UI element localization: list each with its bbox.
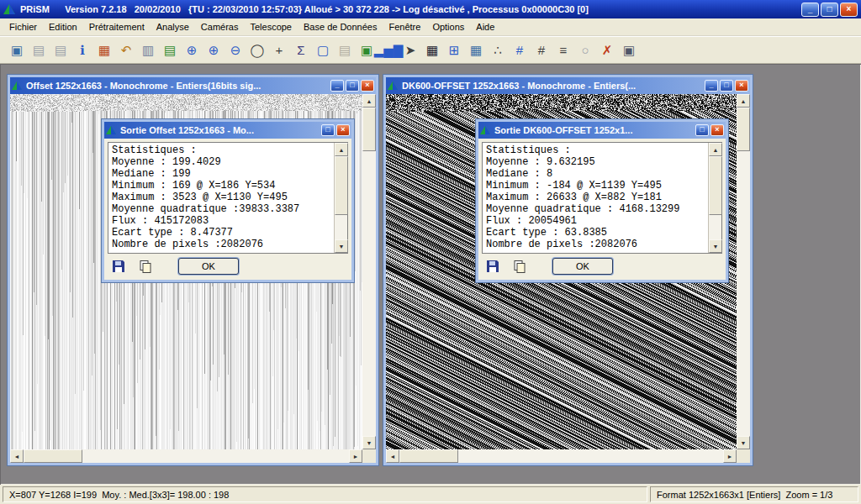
- dialog-titlebar[interactable]: Sortie Offset 1252x1663 - Mo... □ ×: [104, 122, 351, 139]
- table-icon[interactable]: ▦: [466, 40, 486, 60]
- settings-icon[interactable]: ○: [575, 40, 595, 60]
- scrollbar-corner: [737, 449, 750, 463]
- copy-button[interactable]: [510, 258, 529, 275]
- child-window-titlebar[interactable]: DK600-OFFSET 1252x1663 - Monochrome - En…: [386, 77, 750, 94]
- dialog-titlebar[interactable]: Sortie DK600-OFFSET 1252x1... □ ×: [478, 122, 726, 139]
- maximize-button[interactable]: □: [695, 124, 709, 136]
- scroll-up-button[interactable]: ▲: [737, 94, 750, 108]
- camera-icon[interactable]: ▣: [619, 40, 639, 60]
- stat-line: Nombre de pixels :2082076: [112, 239, 330, 250]
- close-button[interactable]: ×: [710, 124, 724, 136]
- calculator-icon[interactable]: ≡: [553, 40, 573, 60]
- close-button[interactable]: ×: [361, 80, 374, 92]
- statistics-lines: Statistiques :Moyenne : 199.4029Mediane …: [108, 143, 334, 253]
- zoom-in-icon[interactable]: ⊕: [203, 40, 224, 60]
- menu-item[interactable]: Edition: [43, 19, 83, 34]
- maximize-button[interactable]: □: [720, 80, 733, 92]
- stat-line: Moyenne quadratique : 4168.13299: [486, 203, 705, 215]
- numbers-grid-icon[interactable]: #: [510, 40, 530, 60]
- vertical-scroll-thumb[interactable]: [362, 108, 376, 151]
- ok-button[interactable]: OK: [552, 258, 613, 275]
- stat-line: Moyenne quadratique :39833.3387: [112, 203, 330, 215]
- ok-button[interactable]: OK: [178, 258, 239, 275]
- stat-line: Minimum : 169 @ X=186 Y=534: [112, 180, 330, 192]
- scroll-up-button[interactable]: ▲: [709, 143, 722, 156]
- menu-item[interactable]: Fichier: [3, 19, 43, 34]
- listbox-scrollbar[interactable]: ▲ ▼: [334, 143, 347, 253]
- delete-icon[interactable]: ✗: [597, 40, 617, 60]
- tile-windows-icon[interactable]: ⊞: [444, 40, 464, 60]
- menu-item[interactable]: Aide: [470, 19, 500, 34]
- pixel-grid-icon[interactable]: #: [531, 40, 552, 60]
- clone-window-icon[interactable]: ▣: [357, 40, 377, 60]
- minimize-button[interactable]: _: [330, 80, 344, 92]
- stat-line: Mediane : 199: [112, 168, 330, 180]
- fit-window-icon[interactable]: ▢: [313, 40, 333, 60]
- child-window-titlebar[interactable]: Offset 1252x1663 - Monochrome - Entiers(…: [10, 77, 376, 94]
- scroll-down-button[interactable]: ▼: [709, 239, 722, 253]
- copy-button[interactable]: [136, 258, 155, 275]
- maximize-button[interactable]: □: [321, 124, 335, 136]
- menu-item[interactable]: Base de Données: [298, 19, 383, 34]
- dialog-body: Statistiques :Moyenne : 9.632195Mediane …: [478, 139, 726, 280]
- copy-icon[interactable]: ▥: [138, 40, 158, 60]
- scroll-left-button[interactable]: ◄: [10, 449, 24, 463]
- stats-icon[interactable]: ▦: [94, 40, 114, 60]
- sigma-icon[interactable]: Σ: [291, 40, 311, 60]
- save-icon[interactable]: ▤: [29, 40, 49, 60]
- titlebar[interactable]: PRiSM Version 7.2.18 20/02/2010 {TU : 22…: [0, 0, 861, 18]
- align-icon[interactable]: ∴: [488, 40, 508, 60]
- telescope-icon[interactable]: ➤: [400, 40, 420, 60]
- undo-icon[interactable]: ↶: [116, 40, 136, 60]
- save-button[interactable]: [109, 258, 128, 275]
- open-image-icon[interactable]: ▣: [7, 40, 27, 60]
- menu-item[interactable]: Prétraitement: [83, 19, 151, 34]
- scroll-down-button[interactable]: ▼: [362, 436, 376, 449]
- vertical-scroll-thumb[interactable]: [335, 156, 348, 215]
- zoom-out-icon[interactable]: ⊖: [225, 40, 246, 60]
- histogram-icon[interactable]: ▂▅▇: [378, 40, 399, 60]
- listbox-scrollbar[interactable]: ▲ ▼: [708, 143, 721, 253]
- close-button[interactable]: ×: [840, 3, 858, 17]
- info-icon[interactable]: ℹ: [72, 40, 92, 60]
- magnifier-icon[interactable]: ◯: [247, 40, 267, 60]
- save-all-icon[interactable]: ▤: [50, 40, 71, 60]
- restore-button[interactable]: □: [821, 3, 838, 17]
- menu-item[interactable]: Fenêtre: [383, 19, 426, 34]
- scroll-right-button[interactable]: ►: [349, 449, 362, 463]
- vertical-scrollbar[interactable]: ▲ ▼: [362, 94, 376, 449]
- paste-icon[interactable]: ▤: [160, 40, 180, 60]
- ccd-camera-icon[interactable]: ▦: [422, 40, 442, 60]
- vertical-scroll-thumb[interactable]: [737, 108, 750, 151]
- minimize-button[interactable]: _: [801, 3, 819, 17]
- vertical-scroll-thumb[interactable]: [709, 156, 722, 215]
- stat-line: Maximum : 26633 @ X=882 Y=181: [486, 192, 705, 203]
- statistics-listbox[interactable]: Statistiques :Moyenne : 9.632195Mediane …: [482, 142, 722, 254]
- scroll-down-button[interactable]: ▼: [737, 436, 750, 449]
- maximize-button[interactable]: □: [346, 80, 359, 92]
- menu-item[interactable]: Analyse: [151, 19, 195, 34]
- save-button[interactable]: [483, 258, 502, 275]
- menu-item[interactable]: Caméras: [195, 19, 245, 34]
- crosshair-icon[interactable]: +: [269, 40, 289, 60]
- horizontal-scroll-thumb[interactable]: [24, 449, 82, 463]
- scroll-left-button[interactable]: ◄: [386, 449, 399, 463]
- print-icon[interactable]: ▤: [335, 40, 355, 60]
- vertical-scrollbar[interactable]: ▲ ▼: [737, 94, 750, 449]
- stats-dialog-dk600: Sortie DK600-OFFSET 1252x1... □ × Statis…: [475, 118, 729, 283]
- scroll-down-button[interactable]: ▼: [335, 239, 348, 253]
- minimize-button[interactable]: _: [705, 80, 718, 92]
- scroll-right-button[interactable]: ►: [723, 449, 737, 463]
- close-button[interactable]: ×: [735, 80, 748, 92]
- statistics-listbox[interactable]: Statistiques :Moyenne : 199.4029Mediane …: [108, 142, 348, 254]
- scroll-up-button[interactable]: ▲: [362, 94, 376, 108]
- menu-item[interactable]: Telescope: [244, 19, 298, 34]
- menu-item[interactable]: Options: [426, 19, 470, 34]
- scroll-up-button[interactable]: ▲: [335, 143, 348, 156]
- horizontal-scroll-thumb[interactable]: [399, 449, 458, 463]
- horizontal-scrollbar[interactable]: ◄ ►: [386, 449, 737, 463]
- stat-line: Flux : 415172083: [112, 215, 330, 227]
- zoom-window-icon[interactable]: ⊕: [182, 40, 202, 60]
- close-button[interactable]: ×: [336, 124, 350, 136]
- horizontal-scrollbar[interactable]: ◄ ►: [10, 449, 362, 463]
